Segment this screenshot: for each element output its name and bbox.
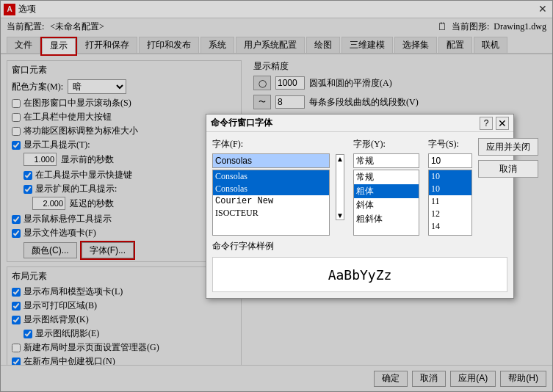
style-list[interactable]: 常规 粗体 斜体 粗斜体 — [353, 170, 419, 236]
font-list-item-1[interactable]: Consolas — [213, 183, 329, 195]
style-list-item-3[interactable]: 粗斜体 — [354, 212, 419, 226]
preview-section: AaBbYyZz — [212, 257, 507, 292]
font-list[interactable]: Consolas Consolas Courier New ISOCTEUR — [212, 170, 330, 236]
dialog-help-button[interactable]: ? — [480, 117, 493, 130]
size-list-item-2[interactable]: 11 — [429, 195, 471, 208]
size-list-item-4[interactable]: 14 — [429, 220, 471, 233]
font-list-item-2[interactable]: Courier New — [213, 195, 329, 207]
style-col: 字形(Y): 常规 粗体 斜体 粗斜体 — [353, 138, 419, 236]
dialog-header-row: 字体(F): Consolas Consolas Courier New ISO… — [212, 138, 507, 236]
dialog-title: 命令行窗口字体 — [211, 117, 480, 129]
style-list-item-2[interactable]: 斜体 — [354, 198, 419, 212]
style-col-label: 字形(Y): — [353, 138, 419, 150]
style-input[interactable] — [353, 153, 419, 168]
size-list-item-3[interactable]: 12 — [429, 208, 471, 220]
preview-section-container: 命令行字体样例 AaBbYyZz — [212, 240, 507, 292]
dialog-cancel-button[interactable]: 取消 — [478, 160, 538, 178]
preview-label: 命令行字体样例 — [212, 240, 507, 253]
size-col: 字号(S): 10 10 11 12 14 — [428, 138, 472, 236]
size-list-item-1[interactable]: 10 — [429, 183, 471, 195]
dialog-titlebar: 命令行窗口字体 ? ✕ — [206, 115, 513, 132]
font-list-item-3[interactable]: ISOCTEUR — [213, 207, 329, 219]
font-input[interactable] — [212, 153, 330, 168]
dialog-apply-button[interactable]: 应用并关闭 — [478, 138, 538, 156]
dialog-close-button[interactable]: ✕ — [496, 117, 509, 130]
size-list-item-0[interactable]: 10 — [429, 170, 471, 183]
dialog-button-group: 应用并关闭 取消 — [478, 138, 538, 236]
font-list-item-0[interactable]: Consolas — [213, 170, 329, 183]
preview-text: AaBbYyZz — [328, 267, 392, 283]
size-list[interactable]: 10 10 11 12 14 — [428, 170, 472, 236]
font-dialog: 命令行窗口字体 ? ✕ 字体(F): Consolas Consolas Cou… — [206, 114, 514, 299]
style-list-item-0[interactable]: 常规 — [354, 170, 419, 184]
font-col-label: 字体(F): — [212, 138, 330, 150]
size-input[interactable] — [428, 153, 472, 168]
font-scrollbar[interactable]: ▲ ▼ — [336, 154, 344, 220]
style-list-item-1[interactable]: 粗体 — [354, 184, 419, 198]
font-col: 字体(F): Consolas Consolas Courier New ISO… — [212, 138, 330, 236]
size-col-label: 字号(S): — [428, 138, 472, 150]
dialog-content: 字体(F): Consolas Consolas Courier New ISO… — [206, 132, 513, 298]
